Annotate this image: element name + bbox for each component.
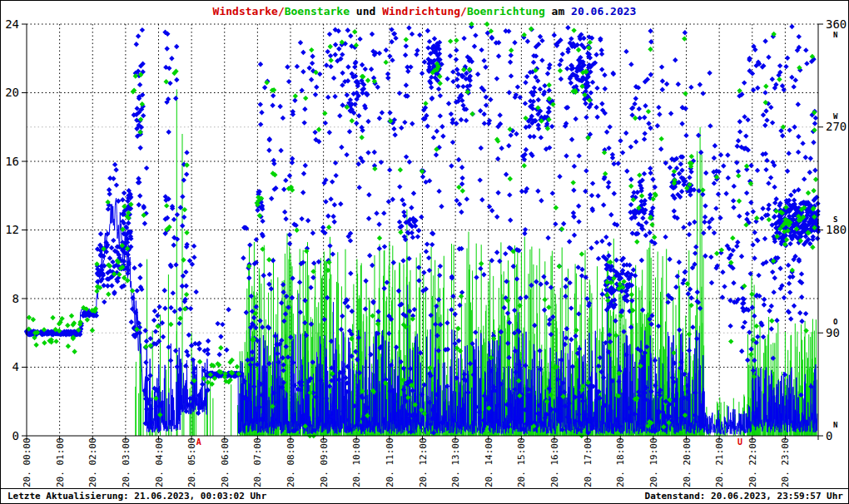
wind-chart-plot: 048121620240N90O180S270W360N20. 00:0020.… [1, 1, 849, 491]
sun-markers: AU [196, 437, 742, 447]
status-bar: Letzte Aktualisierung: 21.06.2023, 00:03… [1, 488, 848, 503]
x-tick-label-15: 20. 15:00 [516, 437, 527, 487]
x-tick-label-13: 20. 13:00 [450, 437, 461, 487]
x-tick-label-10: 20. 10:00 [351, 437, 362, 487]
y-right-tick-label-360: 360 [826, 17, 847, 31]
x-tick-label-18: 20. 18:00 [615, 437, 626, 487]
last-update-text: Letzte Aktualisierung: 21.06.2023, 00:03… [7, 490, 266, 503]
sun-marker-U: U [737, 437, 742, 447]
title-part-am: am [545, 5, 571, 17]
compass-label-S-180: S [833, 215, 837, 224]
title-part-und: und [350, 5, 382, 17]
x-tick-label-9: 20. 09:00 [319, 437, 330, 487]
x-tick-label-17: 20. 17:00 [583, 437, 593, 487]
y-left-tick-label-16: 16 [5, 155, 19, 168]
y-left-tick-label-12: 12 [5, 223, 19, 236]
y-left-tick-label-20: 20 [5, 86, 19, 99]
x-tick-label-19: 20. 19:00 [648, 437, 659, 487]
x-tick-label-16: 20. 16:00 [549, 437, 560, 487]
x-tick-label-23: 20. 23:00 [780, 437, 791, 487]
y-left-tick-label-8: 8 [12, 292, 19, 305]
title-part-boenstarke: Boenstarke [285, 5, 350, 17]
sun-marker-A: A [196, 437, 201, 447]
title-part-windrichtung: Windrichtung/ [382, 5, 467, 17]
x-tick-label-2: 20. 02:00 [87, 437, 98, 487]
y-left-tick-label-24: 24 [5, 17, 19, 31]
y-right-tick-label-180: 180 [826, 223, 847, 236]
x-tick-label-1: 20. 01:00 [55, 437, 66, 487]
compass-label-N-0: N [833, 421, 837, 429]
compass-label-O-90: O [833, 318, 838, 326]
x-tick-label-0: 20. 00:00 [22, 437, 32, 487]
x-tick-label-20: 20. 20:00 [682, 437, 693, 487]
data-timestamp-text: Datenstand: 20.06.2023, 23:59:57 Uhr [645, 490, 843, 503]
y-right-tick-label-0: 0 [826, 429, 832, 442]
x-tick-label-11: 20. 11:00 [385, 437, 395, 487]
x-tick-label-21: 20. 21:00 [714, 437, 725, 487]
y-left-tick-label-0: 0 [12, 429, 19, 442]
title-part-boenrichtung: Boenrichtung [467, 5, 545, 17]
x-tick-label-4: 20. 04:00 [154, 437, 165, 487]
x-tick-label-3: 20. 03:00 [121, 437, 132, 487]
chart-frame: 048121620240N90O180S270W360N20. 00:0020.… [0, 0, 849, 504]
y-right-tick-label-90: 90 [826, 326, 840, 339]
x-tick-label-22: 20. 22:00 [747, 437, 758, 487]
x-tick-label-8: 20. 08:00 [285, 437, 296, 487]
x-tick-label-6: 20. 06:00 [220, 437, 231, 487]
x-tick-label-7: 20. 07:00 [252, 437, 263, 487]
y-right-tick-label-270: 270 [826, 120, 847, 133]
chart-title: Windstarke/Boenstarke und Windrichtung/B… [1, 5, 848, 17]
y-left-tick-label-4: 4 [12, 360, 19, 373]
x-tick-label-12: 20. 12:00 [418, 437, 429, 487]
compass-label-N-360: N [833, 31, 837, 39]
title-part-windstarke: Windstarke/ [213, 5, 285, 17]
x-tick-label-14: 20. 14:00 [484, 437, 494, 487]
title-part-date: 20.06.2023 [571, 5, 636, 17]
compass-label-W-270: W [833, 112, 838, 121]
